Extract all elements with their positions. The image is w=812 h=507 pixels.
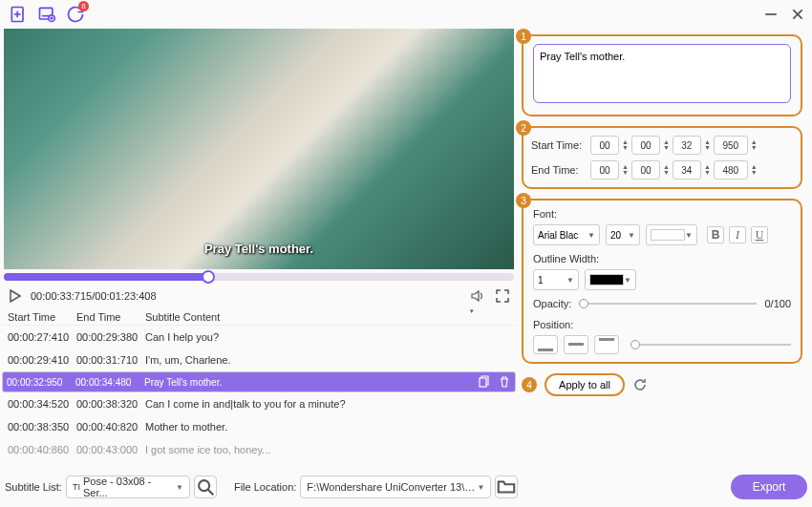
end-min[interactable]: 00 [631, 160, 660, 180]
video-preview[interactable]: Pray Tell's mother. [4, 29, 514, 269]
table-row[interactable]: 00:00:38:35000:00:40:820Mother to mother… [2, 415, 516, 438]
end-time-label: End Time: [531, 164, 590, 176]
svg-line-15 [208, 490, 214, 496]
opacity-slider[interactable] [579, 303, 757, 305]
position-slider[interactable] [630, 344, 791, 346]
start-time-label: Start Time: [531, 139, 590, 151]
search-button[interactable] [194, 475, 217, 498]
position-bottom-button[interactable] [533, 335, 558, 354]
end-hour[interactable]: 00 [590, 160, 619, 180]
style-panel: 3 Font: Arial Blac▼ 20▼ ▼ B I U Outline … [522, 199, 802, 364]
start-ms[interactable]: 950 [714, 136, 748, 155]
position-top-button[interactable] [594, 335, 619, 354]
duplicate-icon[interactable] [477, 375, 490, 389]
subtitle-list-label: Subtitle List: [5, 481, 62, 493]
bold-button[interactable]: B [707, 226, 724, 243]
subtitle-text-input[interactable] [533, 44, 791, 103]
spinner[interactable]: ▲▼ [622, 164, 629, 176]
underline-button[interactable]: U [751, 226, 768, 243]
apply-to-all-button[interactable]: Apply to all [545, 373, 625, 396]
outline-width-select[interactable]: 1▼ [533, 269, 579, 290]
spinner[interactable]: ▲▼ [622, 139, 629, 151]
export-button[interactable]: Export [731, 475, 807, 499]
file-location-label: File Location: [234, 481, 296, 493]
opacity-label: Opacity: [533, 298, 571, 309]
badge: 8 [78, 1, 89, 11]
spinner[interactable]: ▲▼ [704, 139, 711, 151]
table-row-selected[interactable]: 00:00:32:95000:00:34:480Pray Tell's moth… [2, 371, 516, 392]
subtitle-list-select[interactable]: TIPose - 03x08 - Ser...▼ [66, 475, 190, 498]
position-label: Position: [533, 319, 791, 330]
auto-generate-icon[interactable]: 8 [65, 4, 86, 25]
reset-icon[interactable] [632, 377, 648, 392]
apply-panel: 4 Apply to all [522, 373, 802, 396]
table-row[interactable]: 00:00:27:41000:00:29:380Can I help you? [2, 326, 516, 349]
minimize-button[interactable] [764, 8, 778, 21]
svg-point-14 [199, 480, 209, 491]
spinner[interactable]: ▲▼ [663, 139, 670, 151]
opacity-value: 0/100 [764, 298, 791, 309]
table-row[interactable]: 00:00:29:41000:00:31:710I'm, um, Charlen… [2, 349, 516, 371]
play-button[interactable] [8, 288, 23, 304]
titlebar: 8 [0, 0, 812, 29]
table-header: Start Time End Time Subtitle Content [2, 309, 516, 326]
font-label: Font: [533, 208, 791, 220]
end-ms[interactable]: 480 [714, 160, 748, 180]
outline-color-select[interactable]: ▼ [585, 269, 636, 290]
browse-folder-button[interactable] [495, 475, 518, 498]
step-badge: 4 [522, 377, 537, 392]
start-hour[interactable]: 00 [590, 136, 619, 155]
step-badge: 3 [516, 193, 531, 208]
time-panel: 2 Start Time: 00▲▼ 00▲▼ 32▲▼ 950▲▼ End T… [522, 126, 802, 189]
subtitle-table: 00:00:27:41000:00:29:380Can I help you? … [2, 326, 516, 461]
svg-rect-13 [480, 378, 486, 387]
time-display: 00:00:33:715/00:01:23:408 [31, 290, 157, 302]
font-color-select[interactable]: ▼ [646, 224, 697, 245]
svg-marker-12 [472, 291, 479, 301]
file-location-select[interactable]: F:\Wondershare UniConverter 13\To-bur▼ [300, 475, 491, 498]
start-sec[interactable]: 32 [673, 136, 701, 155]
spinner[interactable]: ▲▼ [751, 164, 758, 176]
svg-marker-11 [11, 290, 20, 302]
fullscreen-button[interactable] [495, 288, 510, 304]
close-button[interactable] [791, 8, 804, 21]
italic-button[interactable]: I [729, 226, 746, 243]
add-file-icon[interactable] [8, 4, 29, 25]
spinner[interactable]: ▲▼ [663, 164, 670, 176]
start-min[interactable]: 00 [631, 136, 660, 155]
volume-button[interactable]: ▾ [470, 288, 485, 304]
end-sec[interactable]: 34 [673, 160, 701, 180]
video-subtitle-overlay: Pray Tell's mother. [204, 242, 313, 256]
subtitle-text-panel: 1 [522, 34, 802, 116]
font-size-select[interactable]: 20▼ [606, 224, 640, 245]
table-row[interactable]: 00:00:34:52000:00:38:320Can I come in an… [2, 392, 516, 415]
table-row[interactable]: 00:00:40:86000:00:43:000I got some ice t… [2, 438, 516, 461]
delete-icon[interactable] [498, 375, 511, 389]
outline-label: Outline Width: [533, 253, 791, 264]
footer: Subtitle List: TIPose - 03x08 - Ser...▼ … [5, 472, 807, 502]
spinner[interactable]: ▲▼ [704, 164, 711, 176]
step-badge: 2 [516, 120, 531, 136]
step-badge: 1 [516, 29, 531, 44]
font-family-select[interactable]: Arial Blac▼ [533, 224, 600, 245]
spinner[interactable]: ▲▼ [751, 139, 758, 151]
seek-bar[interactable] [4, 273, 514, 281]
add-subtitle-icon[interactable] [36, 4, 57, 25]
position-center-button[interactable] [564, 335, 588, 354]
